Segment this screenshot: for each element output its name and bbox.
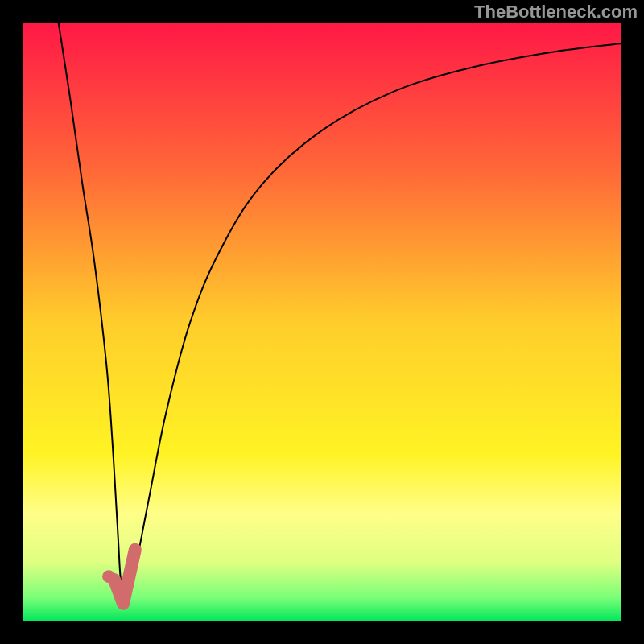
chart-frame: TheBottleneck.com [0, 0, 644, 644]
highlight-dot [102, 570, 115, 583]
watermark-text: TheBottleneck.com [474, 2, 638, 23]
marker-layer [23, 23, 621, 621]
highlight-check [114, 550, 135, 604]
plot-area [23, 23, 621, 621]
